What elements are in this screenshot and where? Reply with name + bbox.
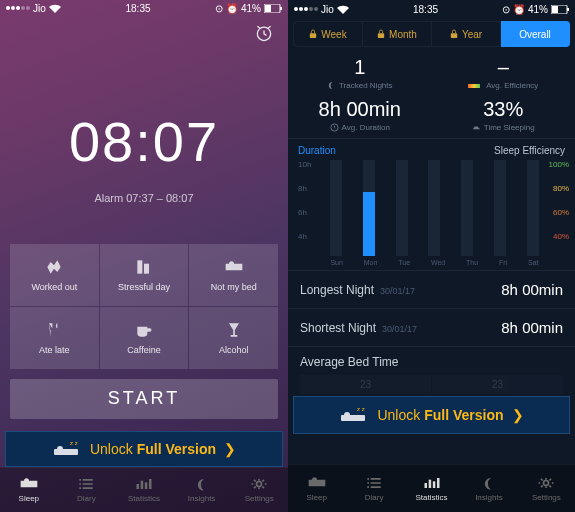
carrier: Jio (321, 4, 334, 15)
avg-bed-time-slots: 23 23 (288, 369, 575, 394)
clock: 18:35 (413, 4, 438, 15)
tab-insights[interactable]: Insights (173, 468, 231, 512)
segmented-control: Week Month Year Overall (288, 18, 575, 50)
clock: 18:35 (125, 3, 150, 14)
signal-dots (294, 7, 318, 11)
lock-icon (377, 29, 385, 39)
svg-rect-25 (428, 480, 431, 488)
battery-icon (264, 4, 282, 13)
moon-icon (327, 81, 336, 90)
screen-statistics: Jio 18:35 ⊙ ⏰ 41% Week Month Year Overal… (288, 0, 575, 512)
svg-rect-17 (310, 33, 316, 38)
svg-rect-1 (265, 5, 271, 12)
start-button[interactable]: START (10, 379, 278, 419)
sleep-icon (472, 123, 481, 132)
tag-stressful-day[interactable]: Stressful day (100, 244, 189, 306)
tab-insights[interactable]: Insights (460, 465, 517, 512)
avg-bed-time-label: Average Bed Time (288, 347, 575, 369)
bed-icon: z z (52, 439, 82, 459)
alarm-status-icon: ⊙ ⏰ (215, 3, 238, 14)
bar-mon (363, 160, 375, 256)
tab-sleep[interactable]: Sleep (0, 468, 58, 512)
bed-icon: z z (339, 405, 369, 425)
tab-diary[interactable]: Diary (58, 468, 116, 512)
svg-rect-11 (145, 483, 148, 490)
bar-wed (428, 160, 440, 256)
tab-statistics[interactable]: Statistics (403, 465, 460, 512)
metric-duration: 8h 00min Avg. Duration (288, 98, 432, 132)
lock-icon (309, 29, 317, 39)
tab-settings[interactable]: Settings (518, 465, 575, 512)
screen-sleep: Jio 18:35 ⊙ ⏰ 41% 08:07 Alarm 07:37 – 08… (0, 0, 288, 512)
svg-rect-12 (149, 479, 152, 489)
seg-year[interactable]: Year (432, 21, 501, 47)
svg-point-13 (257, 482, 262, 487)
svg-rect-5 (144, 264, 149, 274)
unlock-banner[interactable]: z z Unlock Full Version ❯ (293, 396, 570, 434)
bar-tue (396, 160, 408, 256)
duration-chart: 10h 8h 6h 4h 100% 80% 60% 40% (298, 160, 565, 256)
battery-icon (551, 5, 569, 14)
chevron-right-icon: ❯ (224, 441, 236, 457)
shortest-night-row: Shortest Night30/01/17 8h 00min (288, 309, 575, 347)
signal-dots (6, 6, 30, 10)
clock-icon (330, 123, 339, 132)
svg-rect-4 (137, 260, 142, 273)
tag-ate-late[interactable]: Ate late (10, 307, 99, 369)
chart-section: Duration Sleep Efficiency 10h 8h 6h 4h 1… (288, 138, 575, 271)
chevron-right-icon: ❯ (512, 407, 524, 423)
wifi-icon (337, 5, 349, 14)
bar-fri (494, 160, 506, 256)
carrier: Jio (33, 3, 46, 14)
svg-rect-15 (552, 6, 558, 13)
chart-title-right: Sleep Efficiency (494, 145, 565, 156)
tab-bar: Sleep Diary Statistics Insights Settings (288, 464, 575, 512)
tag-not-my-bed[interactable]: Not my bed (189, 244, 278, 306)
lock-icon (450, 29, 458, 39)
tag-caffeine[interactable]: Caffeine (100, 307, 189, 369)
svg-rect-24 (424, 483, 427, 488)
svg-rect-10 (141, 481, 144, 489)
unlock-banner[interactable]: z z Unlock Full Version ❯ (5, 431, 283, 467)
current-time: 08:07 (0, 109, 288, 174)
tag-alcohol[interactable]: Alcohol (189, 307, 278, 369)
tag-worked-out[interactable]: Worked out (10, 244, 99, 306)
svg-rect-16 (567, 8, 569, 11)
bar-sat (527, 160, 539, 256)
bar-sun (330, 160, 342, 256)
svg-rect-27 (437, 478, 440, 488)
status-bar: Jio 18:35 ⊙ ⏰ 41% (0, 0, 288, 17)
alarm-icon[interactable] (254, 23, 274, 43)
metric-time-sleeping: 33% Time Sleeping (432, 98, 576, 132)
tab-sleep[interactable]: Sleep (288, 465, 345, 512)
metric-tracked: 1 Tracked Nights (288, 56, 432, 90)
wifi-icon (49, 4, 61, 13)
svg-rect-26 (432, 481, 435, 488)
tab-statistics[interactable]: Statistics (115, 468, 173, 512)
top-bar (0, 17, 288, 49)
tab-bar: Sleep Diary Statistics Insights Settings (0, 467, 288, 512)
seg-week[interactable]: Week (293, 21, 363, 47)
svg-rect-19 (451, 33, 457, 38)
bar-thu (461, 160, 473, 256)
svg-point-8 (57, 446, 63, 452)
battery-pct: 41% (528, 4, 548, 15)
efficiency-bar-icon (468, 84, 480, 88)
battery-pct: 41% (241, 3, 261, 14)
metrics-row-1: 1 Tracked Nights – Avg. Efficiency (288, 50, 575, 92)
tab-diary[interactable]: Diary (345, 465, 402, 512)
svg-point-28 (544, 481, 549, 486)
svg-rect-9 (136, 484, 139, 489)
alarm-status-icon: ⊙ ⏰ (502, 4, 525, 15)
seg-month[interactable]: Month (363, 21, 432, 47)
chart-title-left: Duration (298, 145, 336, 156)
longest-night-row: Longest Night30/01/17 8h 00min (288, 271, 575, 309)
svg-rect-2 (280, 7, 282, 10)
tab-settings[interactable]: Settings (230, 468, 288, 512)
svg-rect-18 (378, 33, 384, 38)
tag-grid: Worked out Stressful day Not my bed Ate … (10, 244, 278, 369)
status-bar: Jio 18:35 ⊙ ⏰ 41% (288, 0, 575, 18)
svg-text:z z: z z (357, 406, 365, 412)
seg-overall[interactable]: Overall (501, 21, 570, 47)
metrics-row-2: 8h 00min Avg. Duration 33% Time Sleeping (288, 92, 575, 134)
